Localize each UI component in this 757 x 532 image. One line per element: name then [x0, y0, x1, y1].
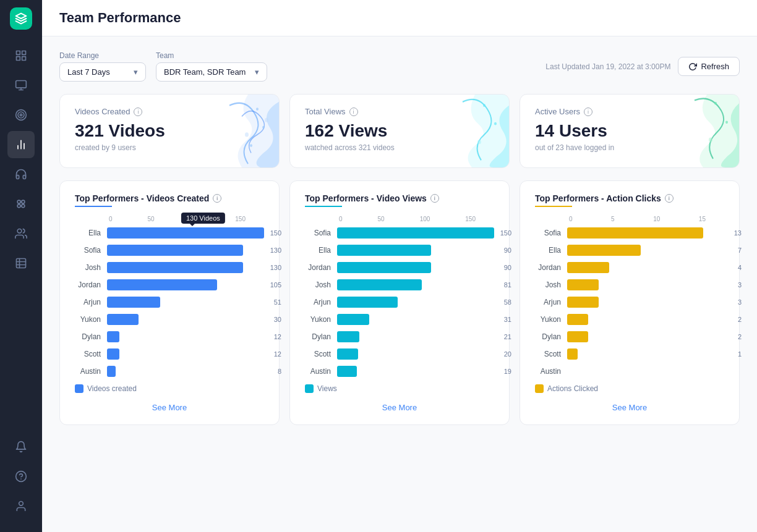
bar-track: 105 [107, 279, 264, 290]
bar-track: 130 Videos150 [107, 227, 264, 239]
info-icon-users[interactable]: i [584, 108, 592, 116]
sidebar-item-table[interactable] [7, 250, 35, 277]
toolbar-right: Last Updated Jan 19, 2022 at 3:00PM Refr… [545, 57, 740, 76]
bar-label: Dylan [535, 332, 567, 341]
see-more-videos[interactable]: See More [75, 403, 264, 412]
list-item: Ella130 Videos150 [75, 227, 264, 239]
bar-label: Dylan [305, 332, 337, 341]
bar-track: 58 [337, 297, 494, 308]
see-more-views[interactable]: See More [305, 403, 494, 412]
bar-label: Ella [305, 246, 337, 255]
bar-label: Jordan [305, 263, 337, 272]
wave-bg-videos [192, 95, 279, 167]
team-select[interactable]: BDR Team, SDR Team ▾ [156, 62, 267, 82]
bar-track: 2 [567, 331, 724, 342]
bar-label: Arjun [535, 298, 567, 306]
svg-point-31 [494, 122, 497, 125]
bar-fill [567, 227, 703, 239]
info-icon-chart-views[interactable]: i [430, 194, 439, 203]
bar-fill [567, 245, 641, 256]
info-icon-chart-videos[interactable]: i [213, 194, 221, 203]
bar-fill [337, 297, 398, 308]
svg-rect-4 [16, 81, 27, 88]
bar-value: 19 [504, 368, 511, 375]
see-more-actions[interactable]: See More [535, 403, 724, 412]
info-icon-videos[interactable]: i [134, 108, 142, 116]
chart-underline-actions [535, 206, 572, 207]
sidebar-item-support[interactable] [7, 161, 35, 188]
sidebar [0, 0, 42, 532]
svg-point-34 [725, 120, 728, 124]
bar-label: Josh [305, 281, 337, 289]
svg-point-32 [477, 140, 481, 144]
chevron-down-icon-2: ▾ [255, 67, 259, 77]
bar-value: 1 [738, 350, 742, 358]
sidebar-item-help[interactable] [7, 463, 35, 490]
bar-fill [567, 314, 588, 325]
page-title: Team Performance [59, 10, 740, 26]
bar-fill [107, 348, 119, 360]
list-item: Scott12 [75, 348, 264, 360]
bar-fill [337, 366, 357, 377]
bar-track: 4 [567, 262, 724, 273]
app-logo[interactable] [10, 7, 32, 30]
bar-label: Dylan [75, 332, 107, 341]
sidebar-item-bell[interactable] [7, 433, 35, 460]
list-item: Jordan105 [75, 279, 264, 290]
bar-fill [107, 279, 217, 290]
sidebar-item-team[interactable] [7, 220, 35, 247]
list-item: Jordan4 [535, 262, 724, 273]
info-icon-chart-actions[interactable]: i [665, 194, 674, 203]
bar-fill [337, 262, 431, 273]
bar-value: 4 [738, 264, 742, 271]
bar-tooltip: 130 Videos [181, 213, 225, 224]
bar-label: Arjun [75, 298, 107, 306]
page-header: Team Performance [42, 0, 757, 36]
bar-value: 12 [274, 350, 281, 358]
date-range-select[interactable]: Last 7 Days ▾ [59, 62, 146, 82]
bar-track: 21 [337, 331, 494, 342]
chart-legend-actions: Actions Clicked [535, 384, 724, 393]
svg-rect-2 [22, 57, 26, 61]
sidebar-item-avatar[interactable] [7, 492, 35, 520]
bar-fill [107, 262, 243, 273]
list-item: Arjun51 [75, 297, 264, 308]
chart-title-views: Top Performers - Video Views i [305, 193, 494, 203]
chart-title-videos: Top Performers - Videos Created i [75, 193, 264, 203]
sidebar-item-dashboard[interactable] [7, 42, 35, 69]
bar-label: Yukon [75, 315, 107, 324]
bar-fill [337, 245, 431, 256]
bar-track: 90 [337, 262, 494, 273]
bar-label: Sofia [305, 229, 337, 237]
list-item: Austin8 [75, 366, 264, 377]
svg-point-8 [18, 112, 24, 118]
sidebar-item-target[interactable] [7, 101, 35, 129]
bar-value: 105 [270, 281, 281, 289]
svg-point-29 [245, 132, 249, 137]
list-item: Arjun58 [305, 297, 494, 308]
refresh-button[interactable]: Refresh [678, 57, 740, 76]
sidebar-item-monitor[interactable] [7, 72, 35, 99]
info-icon-views[interactable]: i [349, 108, 358, 116]
bar-value: 150 [500, 229, 511, 237]
bar-track: 3 [567, 297, 724, 308]
bar-value: 58 [504, 298, 511, 306]
svg-point-25 [256, 108, 259, 111]
date-range-value: Last 7 Days [67, 67, 110, 77]
list-item: Yukon2 [535, 314, 724, 325]
actions-bar-rows: Sofia13Ella7Jordan4Josh3Arjun3Yukon2Dyla… [535, 227, 724, 377]
bar-track: 7 [567, 245, 724, 256]
team-value: BDR Team, SDR Team [164, 67, 246, 77]
bar-label: Josh [75, 263, 107, 272]
main-content: Team Performance Date Range Last 7 Days … [42, 0, 757, 532]
sidebar-item-apps[interactable] [7, 190, 35, 217]
bar-track: 12 [107, 331, 264, 342]
bar-label: Scott [75, 350, 107, 358]
bar-fill [567, 297, 599, 308]
legend-label-videos: Videos created [87, 384, 137, 393]
sidebar-item-analytics[interactable] [7, 131, 35, 158]
bar-track: 20 [337, 348, 494, 360]
bar-fill [567, 348, 578, 360]
svg-point-26 [262, 126, 265, 129]
bar-value: 2 [738, 316, 742, 323]
